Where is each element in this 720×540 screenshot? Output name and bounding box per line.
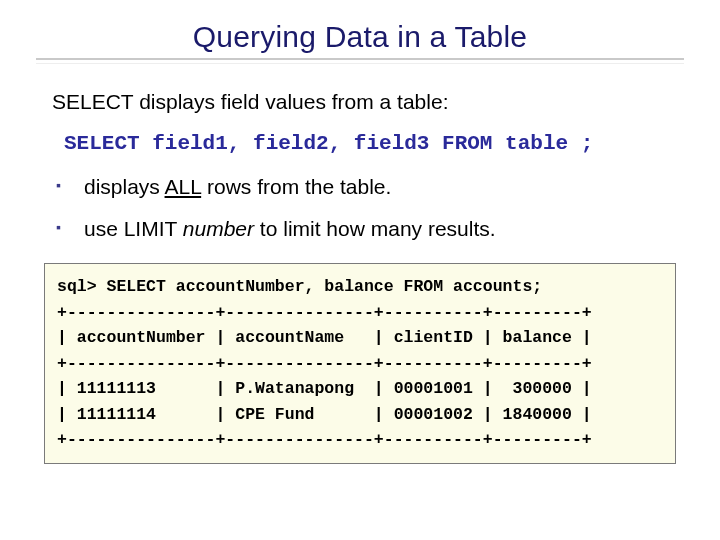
slide-title: Querying Data in a Table	[36, 20, 684, 54]
intro-text: SELECT displays field values from a tabl…	[52, 90, 684, 114]
sql-row-1: | 11111113 | P.Watanapong | 00001001 | 3…	[57, 379, 592, 398]
title-underline	[36, 58, 684, 64]
b1-underline: ALL	[165, 175, 202, 198]
b1-post: rows from the table.	[201, 175, 391, 198]
b2-post: to limit how many results.	[254, 217, 496, 240]
b2-italic: number	[183, 217, 254, 240]
b1-pre: displays	[84, 175, 165, 198]
sql-border-top: +---------------+---------------+-------…	[57, 303, 592, 322]
sql-output-box: sql> SELECT accountNumber, balance FROM …	[44, 263, 676, 464]
sql-row-2: | 11111114 | CPE Fund | 00001002 | 18400…	[57, 405, 592, 424]
bullet-list: displays ALL rows from the table. use LI…	[56, 175, 684, 241]
sql-border-mid: +---------------+---------------+-------…	[57, 354, 592, 373]
sql-header-row: | accountNumber | accountName | clientID…	[57, 328, 592, 347]
sql-prompt-line: sql> SELECT accountNumber, balance FROM …	[57, 277, 542, 296]
sql-border-bottom: +---------------+---------------+-------…	[57, 430, 592, 449]
bullet-2: use LIMIT number to limit how many resul…	[56, 217, 684, 241]
b2-pre: use LIMIT	[84, 217, 183, 240]
bullet-1: displays ALL rows from the table.	[56, 175, 684, 199]
select-statement: SELECT field1, field2, field3 FROM table…	[64, 132, 684, 155]
